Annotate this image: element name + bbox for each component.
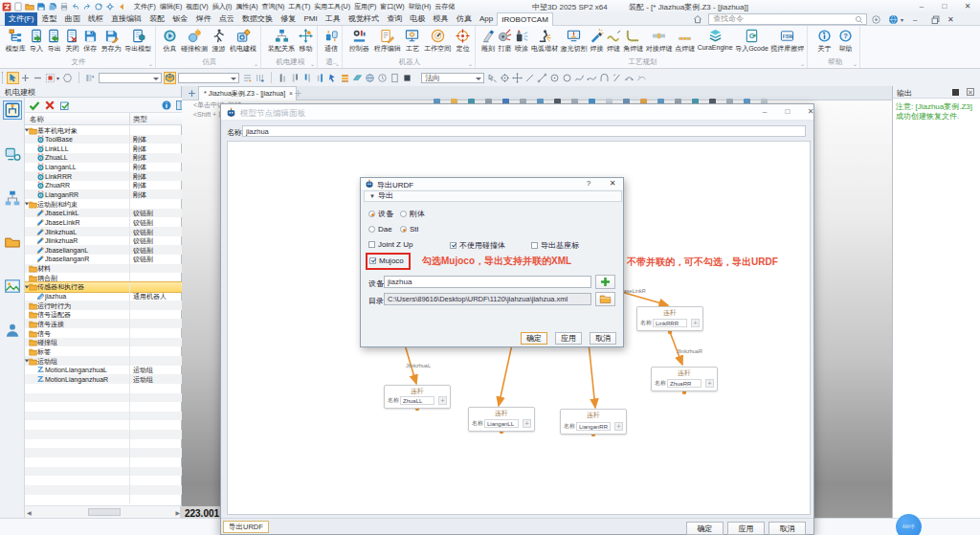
ribbon-button-导入Gcode[interactable]: G 导入Gcode (735, 27, 768, 54)
ribbon-tab-线框[interactable]: 线框 (84, 12, 107, 26)
tree-row-JbaselianganL[interactable]: JbaselianganL铰链副 (25, 245, 182, 255)
gallery-icon[interactable] (4, 278, 21, 295)
proj-b-icon[interactable] (255, 73, 265, 83)
tool-target-icon[interactable] (500, 73, 510, 83)
ribbon-button-点焊缝[interactable]: 点焊缝 (675, 27, 695, 54)
ai-assistant-bubble[interactable]: AI助手 (896, 514, 922, 535)
ribbon-tab-App[interactable]: App (476, 12, 497, 26)
group-expander-icon[interactable]: ⌄ (254, 60, 258, 67)
align-d-icon[interactable] (315, 73, 325, 83)
group-expander-icon[interactable]: ⌄ (310, 60, 315, 67)
ribbon-button-关闭[interactable]: 关闭 (65, 27, 79, 54)
tree-row-JbaselianganR[interactable]: JbaselianganR铰链副 (25, 255, 182, 264)
plus-icon[interactable] (20, 73, 31, 83)
tree-row-LinkLLL[interactable]: LinkLLL刚体 (25, 144, 182, 153)
close-panel-icon[interactable] (167, 88, 176, 97)
ribbon-tab-电极[interactable]: 电极 (406, 12, 429, 26)
ribbon-tab-仿真[interactable]: 仿真 (453, 12, 476, 26)
scroll-left-arrow-icon[interactable]: ◀ (27, 509, 32, 516)
node-dialog-minimize-icon[interactable]: – (757, 107, 772, 118)
ribbon-button-控制器[interactable]: 控制器 (349, 27, 369, 54)
refresh-icon[interactable] (94, 2, 103, 11)
save-icon[interactable] (36, 2, 46, 11)
minus-icon[interactable] (33, 73, 43, 83)
graph-node-ZhuaRR[interactable]: 连杆 名称ZhuaRR+ (651, 367, 718, 391)
group-expander-icon[interactable]: ⌄ (335, 60, 340, 67)
tool-pick-icon[interactable] (487, 73, 498, 83)
tree-row-基本机电对象[interactable]: 基本机电对象 (25, 125, 182, 135)
proj-a-icon[interactable] (242, 73, 253, 83)
clock-icon[interactable] (377, 73, 388, 83)
tool-wing-icon[interactable] (624, 73, 635, 83)
tree-row-jiazhua[interactable]: jiazhua通用机器人 (25, 292, 182, 301)
ribbon-button-电弧增材[interactable]: 电弧增材 (531, 27, 558, 54)
tree-row-LianganLL[interactable]: LianganLL刚体 (25, 163, 182, 172)
tool-circle-icon[interactable] (562, 73, 572, 83)
radio-Stl[interactable]: Stl (400, 225, 418, 234)
globe-icon[interactable] (365, 73, 375, 83)
ribbon-tab-直接编辑[interactable]: 直接编辑 (107, 12, 145, 26)
group-expander-icon[interactable]: ⌄ (853, 60, 858, 67)
tool-curve2-icon[interactable] (587, 73, 597, 83)
node-dialog-取消-button[interactable]: 取消 (768, 522, 806, 535)
open-folder-icon[interactable] (25, 2, 34, 11)
library-box-icon[interactable] (4, 234, 21, 251)
output-close-icon[interactable]: ✕ (967, 88, 974, 96)
graph-node-ZhuaLL[interactable]: 连杆 名称ZhuaLL+ (384, 385, 451, 409)
back-icon[interactable] (117, 2, 126, 11)
tree-row-JbaseLinkL[interactable]: JbaseLinkL铰链副 (25, 209, 182, 218)
align-a-icon[interactable] (278, 73, 288, 83)
window-maximize-button[interactable]: □ (938, 1, 951, 11)
menu-编辑(E)[interactable]: 编辑(E) (160, 2, 182, 11)
urdf-确定-button[interactable]: 确定 (521, 332, 547, 345)
menu-属性(A)[interactable]: 属性(A) (235, 2, 257, 11)
tree-row-运动副和约束[interactable]: 运动副和约束 (25, 199, 182, 209)
group-expander-icon[interactable]: ⌄ (800, 60, 805, 67)
ribbon-button-搅拌摩擦焊[interactable]: FSW 搅拌摩擦焊 (770, 27, 804, 54)
group-expander-icon[interactable]: ⌄ (148, 60, 153, 67)
radio-设备[interactable]: 设备 (368, 209, 393, 219)
ribbon-tab-造型[interactable]: 造型 (37, 12, 60, 26)
doc-close-icon[interactable]: ✕ (947, 15, 958, 26)
ribbon-tab-工具[interactable]: 工具 (322, 12, 345, 26)
menu-应用(P)[interactable]: 应用(P) (354, 2, 376, 11)
tree-row-碰撞组[interactable]: 碰撞组 (25, 338, 182, 347)
tree-row-ToolBase[interactable]: ToolBase刚体 (25, 135, 182, 145)
ribbon-tab-修复[interactable]: 修复 (277, 12, 300, 26)
node-dialog-titlebar[interactable]: 模型节点编辑面板 – □ ✕ (221, 104, 813, 121)
tree-row-信号适配器[interactable]: 信号适配器 (25, 310, 182, 320)
online-help-icon[interactable] (888, 14, 899, 25)
command-search-input[interactable]: 查找命令 (708, 13, 867, 25)
toolbar-combo[interactable] (99, 73, 162, 83)
node-add-icon[interactable]: + (614, 422, 623, 431)
ribbon-button-机电建模[interactable]: 机电建模 (230, 27, 256, 54)
save-all-icon[interactable] (48, 2, 57, 11)
ribbon-button-保存[interactable]: 保存 (83, 27, 98, 54)
browse-folder-button[interactable] (595, 292, 615, 306)
menu-云存储[interactable]: 云存储 (434, 2, 455, 11)
tool-curve-icon[interactable] (574, 73, 585, 83)
frame-select-icon[interactable] (45, 73, 56, 83)
scrollbar-thumb[interactable] (88, 508, 121, 516)
ribbon-button-碰撞检测[interactable]: 碰撞检测 (181, 27, 208, 54)
graph-node-LianganLL[interactable]: 连杆 名称LianganLL+ (468, 407, 535, 432)
tree-row-ZhuaRR[interactable]: ZhuaRR刚体 (25, 181, 182, 190)
plane-teal-icon[interactable] (352, 73, 363, 83)
menu-实用工具(U)[interactable]: 实用工具(U) (314, 2, 350, 11)
flag-blue-icon[interactable] (327, 73, 338, 83)
ribbon-button-导入[interactable]: 导入 (30, 27, 44, 54)
ribbon-button-仿真[interactable]: 仿真 (163, 27, 177, 54)
doc-outline-icon[interactable] (390, 73, 400, 83)
urdf-取消-button[interactable]: 取消 (590, 332, 616, 345)
tree-row-MotionLianganzhuaR[interactable]: MotionLianganzhuaR运动组 (25, 374, 182, 384)
add-device-button[interactable] (595, 275, 615, 289)
align-c-icon[interactable] (302, 73, 313, 83)
app-logo-icon[interactable] (2, 2, 11, 11)
tree-row-标签[interactable]: 标签 (25, 346, 182, 356)
select-cursor-icon[interactable] (8, 73, 18, 83)
new-doc-icon[interactable] (13, 2, 23, 11)
hierarchy-icon[interactable] (4, 189, 21, 207)
tree-row-JbaseLinkR[interactable]: JbaseLinkR铰链副 (25, 217, 182, 227)
apply-box-icon[interactable] (59, 100, 71, 111)
node-name-input[interactable]: jiazhua (242, 125, 806, 137)
